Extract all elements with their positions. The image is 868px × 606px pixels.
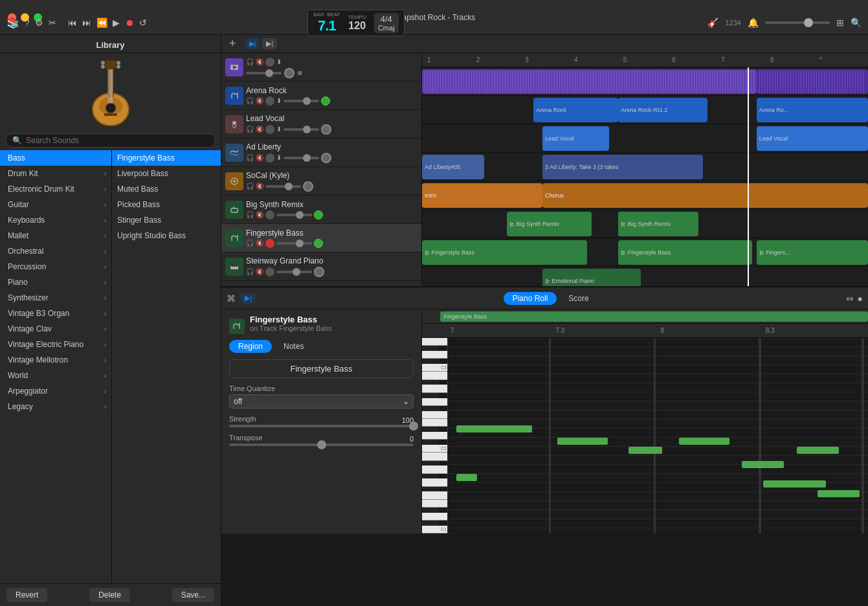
lv-output[interactable]: [321, 124, 331, 135]
note-9[interactable]: [818, 490, 860, 497]
clip-ad-liberty-2[interactable]: 3 Ad Liberty: Take 3 (3 takes: [542, 155, 703, 179]
search-button[interactable]: 🔍: [851, 17, 862, 28]
sound-upright-studio-bass[interactable]: Upright Studio Bass: [112, 228, 221, 243]
al-output[interactable]: [321, 153, 331, 163]
save-button[interactable]: Save...: [172, 588, 214, 602]
key-e2[interactable]: [422, 419, 448, 427]
clip-arena-rock-1[interactable]: Arena Rock: [533, 98, 618, 122]
note-7[interactable]: [456, 474, 477, 481]
smart-controls-pr-icon[interactable]: ⌘: [227, 293, 236, 304]
editor-icon[interactable]: ▶|: [262, 38, 277, 49]
key-f2[interactable]: [422, 411, 448, 419]
category-guitar[interactable]: Guitar ›: [0, 197, 111, 212]
key-f1[interactable]: [422, 491, 448, 499]
clip-steinway-1[interactable]: ⊵ Emotional Piano: [542, 269, 641, 286]
sound-picked-bass[interactable]: Picked Bass: [112, 197, 221, 212]
al-record[interactable]: [265, 153, 274, 163]
search-input[interactable]: [26, 136, 208, 145]
key-eb1[interactable]: [422, 508, 439, 513]
delete-button[interactable]: Delete: [89, 588, 130, 602]
track-headphones-1[interactable]: 🎧: [246, 58, 254, 65]
track-volume-slider-1[interactable]: [246, 72, 282, 74]
sk-volume[interactable]: [265, 185, 301, 188]
clip-lead-vocal-1[interactable]: Lead Vocal: [542, 126, 609, 151]
key-eb2[interactable]: [422, 427, 439, 432]
sound-stinger-bass[interactable]: Stinger Bass: [112, 212, 221, 228]
sg-headphones[interactable]: 🎧: [246, 268, 254, 275]
ar-solo[interactable]: [265, 96, 274, 106]
sg-mute[interactable]: 🔇: [256, 268, 263, 275]
smart-controls-button[interactable]: ⚙: [35, 17, 43, 28]
key-g1[interactable]: [422, 478, 448, 486]
key-d1[interactable]: [422, 513, 448, 521]
category-arpeggiator[interactable]: Arpeggiator ›: [0, 383, 111, 399]
fb-mute[interactable]: 🔇: [256, 240, 263, 247]
key-ab1[interactable]: [422, 474, 439, 479]
lv-arrow[interactable]: ⬇: [276, 126, 282, 133]
clip-track1-main[interactable]: [422, 69, 757, 94]
category-vintage-ep[interactable]: Vintage Electric Piano ›: [0, 337, 111, 352]
tuner-button[interactable]: 🎸: [707, 17, 718, 28]
skip-back-button[interactable]: ⏪: [96, 17, 107, 28]
scissors-button[interactable]: ✂: [49, 17, 56, 28]
play-button[interactable]: ▶: [113, 17, 120, 28]
note-2[interactable]: [557, 438, 608, 445]
key-d3[interactable]: [422, 351, 448, 359]
region-tab-notes[interactable]: Notes: [274, 340, 313, 353]
category-synthesizer[interactable]: Synthesizer ›: [0, 290, 111, 306]
key-db2[interactable]: [422, 440, 439, 445]
key-c1[interactable]: C1: [422, 526, 448, 533]
al-volume[interactable]: [284, 157, 319, 159]
al-mute[interactable]: 🔇: [256, 154, 263, 161]
category-piano[interactable]: Piano ›: [0, 275, 111, 290]
category-world[interactable]: World ›: [0, 368, 111, 383]
al-arrow[interactable]: ⬇: [276, 154, 282, 161]
region-tab-region[interactable]: Region: [229, 340, 272, 353]
clip-ad-liberty-1[interactable]: Ad Liberty#05: [422, 155, 484, 179]
key-d2[interactable]: [422, 432, 448, 440]
notification-button[interactable]: 🔔: [748, 17, 759, 28]
revert-button[interactable]: Revert: [6, 588, 47, 602]
category-orchestral[interactable]: Orchestral ›: [0, 243, 111, 259]
key-bb1[interactable]: [422, 461, 439, 466]
category-electronic-drum-kit[interactable]: Electronic Drum Kit ›: [0, 181, 111, 197]
rewind-button[interactable]: ⏮: [68, 17, 77, 28]
note-3[interactable]: [629, 447, 662, 454]
bs-volume[interactable]: [276, 214, 312, 216]
key-e3[interactable]: [422, 338, 448, 346]
sg-record[interactable]: [265, 267, 274, 276]
fb-record[interactable]: [265, 239, 274, 248]
bs-headphones[interactable]: 🎧: [246, 211, 254, 218]
clip-big-synth-2[interactable]: ⊵ Big Synth Remix: [618, 212, 698, 236]
sg-output[interactable]: [314, 267, 324, 277]
track-mute-1[interactable]: 🔇: [256, 58, 263, 65]
category-legacy[interactable]: Legacy ›: [0, 399, 111, 414]
ar-mute[interactable]: 🔇: [256, 97, 263, 104]
sound-muted-bass[interactable]: Muted Bass: [112, 181, 221, 197]
ar-volume[interactable]: [284, 100, 319, 102]
key-b2[interactable]: [422, 372, 448, 379]
clip-fingerstyle-3[interactable]: ⊵ Fingers...: [757, 240, 868, 265]
key-a2[interactable]: [422, 385, 448, 392]
clip-fingerstyle-1[interactable]: ⊵ Fingerstyle Bass: [422, 240, 587, 265]
clip-fingerstyle-2[interactable]: ⊵ Fingerstyle Bass: [618, 240, 752, 265]
pr-settings-icon[interactable]: ●: [858, 293, 863, 304]
key-db1[interactable]: [422, 521, 439, 526]
fb-headphones[interactable]: 🎧: [246, 240, 254, 247]
track-pan-knob-1[interactable]: [284, 68, 295, 78]
pr-tab-piano-roll[interactable]: Piano Roll: [504, 292, 557, 305]
sk-output[interactable]: [303, 181, 313, 192]
category-drumkit[interactable]: Drum Kit ›: [0, 166, 111, 181]
display-mode-button[interactable]: ⊞: [836, 17, 844, 28]
note-8[interactable]: [763, 480, 826, 488]
key-g2[interactable]: [422, 398, 448, 406]
note-6[interactable]: [797, 447, 839, 454]
track-arrow-1[interactable]: ⬇: [276, 58, 282, 65]
lv-mute[interactable]: 🔇: [256, 126, 263, 133]
bs-mute[interactable]: 🔇: [256, 211, 263, 218]
strength-slider[interactable]: [229, 425, 414, 427]
transpose-slider[interactable]: [229, 443, 414, 446]
tq-select[interactable]: off ⌄: [229, 394, 414, 409]
key-a1[interactable]: [422, 466, 448, 473]
pr-tab-score[interactable]: Score: [559, 292, 597, 305]
